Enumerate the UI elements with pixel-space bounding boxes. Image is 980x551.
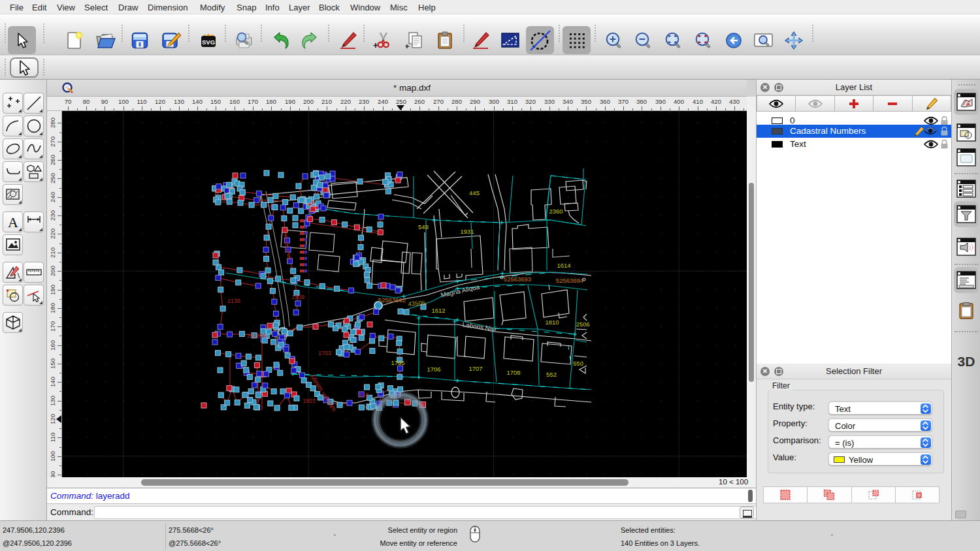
svg-text:2506: 2506	[576, 321, 589, 328]
svg-text:SVG: SVG	[201, 39, 214, 46]
svg-text:1803: 1803	[303, 398, 316, 404]
svg-text:1706: 1706	[427, 366, 440, 373]
svg-text:43505: 43505	[408, 299, 425, 307]
svg-text:548: 548	[418, 223, 429, 230]
svg-text:52563692: 52563692	[378, 296, 406, 304]
svg-text:322236: 322236	[247, 332, 267, 339]
svg-text:1708: 1708	[506, 369, 520, 376]
svg-text:1612: 1612	[431, 307, 445, 314]
svg-text:445: 445	[469, 189, 480, 197]
svg-text:550: 550	[573, 360, 583, 367]
svg-text:A: A	[8, 214, 18, 230]
svg-text:1705: 1705	[391, 359, 404, 366]
svg-text:1614: 1614	[557, 262, 570, 269]
svg-text:1509: 1509	[291, 294, 304, 300]
svg-text:1931: 1931	[460, 228, 474, 235]
svg-text:552: 552	[546, 371, 557, 378]
svg-text:52563693: 52563693	[504, 276, 531, 283]
svg-text:516: 516	[359, 392, 368, 398]
svg-text:2360: 2360	[549, 208, 563, 215]
svg-text:52563694: 52563694	[556, 277, 583, 284]
svg-text:1810: 1810	[545, 319, 559, 326]
svg-text:1703: 1703	[318, 350, 331, 356]
svg-text:2136: 2136	[227, 298, 240, 304]
svg-text:Laboris Nisi: Laboris Nisi	[462, 321, 497, 332]
svg-text:Magna Aliqua: Magna Aliqua	[440, 283, 480, 299]
svg-text:Minim veniam: Minim veniam	[309, 373, 338, 413]
svg-text:1707: 1707	[468, 365, 482, 372]
